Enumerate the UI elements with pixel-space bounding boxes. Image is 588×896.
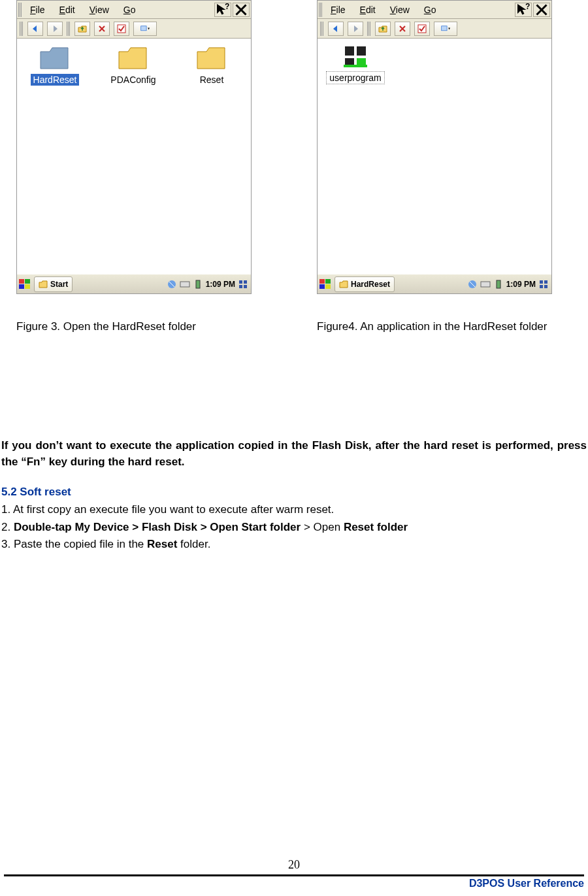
delete-x-icon [398,24,407,33]
figure-4: File Edit View Go ? [317,0,552,333]
svg-rect-8 [180,282,189,287]
svg-rect-17 [345,46,354,56]
svg-rect-4 [25,279,30,284]
windows-flag-icon[interactable] [18,278,33,290]
folder-icon [39,45,71,71]
menu-go-rest: o [131,5,136,15]
windows-icon[interactable] [238,279,248,290]
menu-file[interactable]: File [324,3,352,16]
menu-edit[interactable]: Edit [53,3,82,16]
view-dropdown-button[interactable] [133,22,157,36]
windows-flag-icon[interactable] [319,278,333,290]
svg-rect-13 [244,285,247,288]
help-pointer-icon: ? [215,2,231,18]
back-button[interactable] [27,22,43,36]
taskbar-app-label: HardReset [351,280,390,289]
help-pointer-button[interactable]: ? [214,3,231,17]
folder-small-icon [339,280,348,289]
svg-rect-32 [544,285,547,288]
ce-window-left: File Edit View Go ? [16,0,252,294]
clock: 1:09 PM [506,280,536,289]
step-3-a: 3. Paste the copied file in the [1,538,147,550]
forward-button[interactable] [348,22,363,36]
svg-text:?: ? [525,2,530,11]
step-3-c: folder. [177,538,210,550]
grip-icon [320,22,324,36]
check-icon [417,24,427,33]
page-number: 20 [0,858,588,872]
system-tray: 1:09 PM [467,279,550,290]
folder-reset[interactable]: Reset [179,45,244,86]
toolbar [318,19,551,39]
taskbar: Start 1:09 PM [17,274,251,293]
clock: 1:09 PM [206,280,235,289]
properties-button[interactable] [414,22,430,36]
menu-edit-rest: dit [65,5,75,15]
menu-edit[interactable]: Edit [353,3,382,16]
svg-rect-27 [481,282,490,287]
toolbar [17,19,251,39]
footer-rule [4,874,584,876]
folder-label: Reset [197,74,227,86]
folder-hardreset[interactable]: HardReset [22,45,88,86]
ce-window-right: File Edit View Go ? [317,0,552,294]
system-tray: 1:09 PM [167,279,250,290]
help-pointer-button[interactable]: ? [515,3,532,17]
menubar: File Edit View Go ? [17,1,251,19]
properties-button[interactable] [114,22,129,36]
forward-button[interactable] [47,22,63,36]
network-icon[interactable] [467,279,478,290]
delete-button[interactable] [395,22,410,36]
figures-row: File Edit View Go ? [0,0,588,333]
body-text: If you don’t want to execute the applica… [0,438,588,553]
taskbar-app-button[interactable]: HardReset [335,276,395,292]
menu-go[interactable]: Go [117,3,142,16]
back-button[interactable] [328,22,344,36]
svg-rect-21 [344,65,367,67]
windows-icon[interactable] [538,279,549,290]
app-userprogram[interactable]: userprogram [323,45,388,84]
menu-file[interactable]: File [24,3,52,16]
content-area: HardReset PDAConfig Reset [17,39,251,274]
svg-rect-23 [325,279,331,284]
svg-text:?: ? [225,2,229,11]
step-2-rest-b: Reset folder [344,521,408,533]
delete-button[interactable] [94,22,110,36]
menu-file-rest: ile [36,5,45,15]
close-icon [233,2,249,18]
taskbar: HardReset 1:09 PM [318,274,551,293]
folder-pdaconfig[interactable]: PDAConfig [101,45,166,86]
app-icon [344,45,367,69]
network-icon[interactable] [167,279,177,290]
close-button[interactable] [233,3,250,17]
step-2-rest-a: > Open [301,521,344,533]
menu-view[interactable]: View [83,3,116,16]
back-arrow-icon [331,24,340,33]
grip-icon [319,3,323,17]
start-button[interactable]: Start [34,276,73,292]
menu-view[interactable]: View [384,3,416,16]
page-footer: 20 D3POS User Reference [0,858,588,889]
svg-rect-11 [244,280,247,284]
view-icon [441,24,450,33]
up-folder-button[interactable] [375,22,391,36]
up-folder-button[interactable] [74,22,90,36]
steps-list: 1. At first copy an execute file you wan… [1,502,587,553]
grip-icon [367,22,371,36]
battery-icon[interactable] [193,279,203,290]
help-pointer-icon: ? [515,2,531,18]
view-dropdown-button[interactable] [434,22,457,36]
paragraph-fn-note: If you don’t want to execute the applica… [1,438,587,470]
svg-rect-5 [19,284,24,289]
footer-reference: D3POS User Reference [0,878,588,889]
menu-go[interactable]: Go [417,3,443,16]
step-2-bold: Double-tap My Device > Flash Disk > Open… [14,521,301,533]
up-folder-icon [78,24,87,33]
battery-icon[interactable] [493,279,504,290]
folder-small-icon [39,280,48,289]
close-button[interactable] [533,3,550,17]
keyboard-icon[interactable] [180,279,190,290]
forward-arrow-icon [50,24,59,33]
svg-rect-29 [540,280,543,284]
keyboard-icon[interactable] [480,279,491,290]
